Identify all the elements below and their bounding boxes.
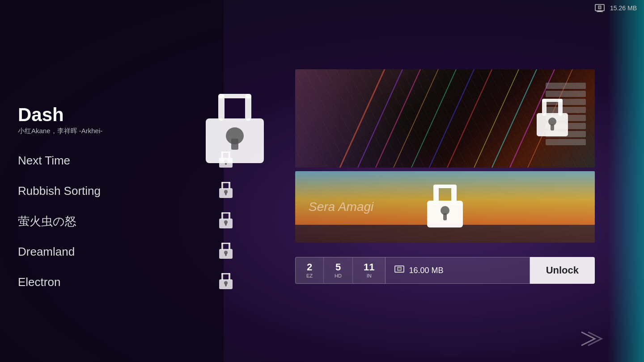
diff-ez-label: EZ [306, 273, 313, 278]
svg-rect-64 [551, 124, 554, 130]
topbar: 15.26 MB [555, 0, 644, 16]
arrow-hint [577, 328, 604, 353]
svg-rect-39 [225, 284, 227, 286]
diff-in-num: 11 [364, 262, 374, 272]
svg-line-46 [447, 69, 492, 168]
song-title: Electron [18, 275, 60, 289]
svg-line-44 [411, 69, 456, 168]
memory-value: 16.00 MB [409, 266, 443, 275]
cover-bottom-lock-icon [427, 185, 463, 229]
active-song-title: Dash [18, 105, 102, 125]
svg-rect-23 [221, 212, 223, 219]
svg-rect-72 [443, 213, 447, 220]
cover-top-lock-icon [537, 99, 568, 138]
list-item[interactable]: Dreamland [13, 236, 242, 267]
svg-rect-33 [225, 253, 227, 256]
svg-rect-21 [225, 193, 227, 195]
diff-hd-num: 5 [335, 262, 341, 272]
cover-bottom: Sera Amagi [295, 171, 595, 243]
lock-icon [219, 243, 233, 261]
svg-rect-3 [598, 6, 601, 9]
list-item[interactable]: Rubbish Sorting [13, 176, 242, 206]
difficulty-box: 2 EZ 5 HD 11 IN [295, 257, 386, 284]
list-item[interactable]: Electron [13, 267, 242, 297]
cover-top [295, 69, 595, 168]
svg-rect-30 [229, 243, 230, 250]
memory-box: 16.00 MB [386, 257, 530, 284]
svg-rect-17 [221, 182, 223, 189]
svg-line-41 [358, 69, 402, 168]
svg-line-43 [394, 69, 438, 168]
svg-rect-6 [245, 94, 251, 121]
svg-rect-36 [229, 273, 230, 280]
song-title: Dreamland [18, 245, 75, 259]
diff-hd-label: HD [335, 273, 342, 278]
svg-rect-9 [231, 139, 238, 150]
svg-rect-74 [398, 267, 401, 270]
teal-accent [608, 0, 644, 362]
song-title: Next Time [18, 154, 70, 168]
svg-rect-27 [225, 223, 227, 226]
screen-icon [595, 4, 605, 12]
info-bar: 2 EZ 5 HD 11 IN 16.00 MB Unlock [295, 255, 595, 286]
cover-bottom-text: Sera Amagi [309, 200, 373, 214]
svg-rect-35 [221, 273, 223, 280]
memory-display: 15.26 MB [610, 4, 637, 12]
svg-rect-5 [218, 94, 225, 121]
svg-rect-24 [229, 212, 230, 219]
list-item[interactable]: 萤火虫の怒 [13, 206, 242, 236]
svg-line-42 [376, 69, 420, 168]
svg-rect-29 [221, 243, 223, 250]
svg-rect-18 [229, 182, 230, 189]
right-panel: Sera Amagi [295, 69, 608, 243]
difficulty-hd: 5 HD [324, 257, 353, 283]
difficulty-in: 11 IN [353, 257, 385, 283]
diff-ez-num: 2 [307, 262, 312, 272]
unlock-button[interactable]: Unlock [530, 257, 595, 284]
active-song-subtitle: 小红Akane，李祥晖 -Arkhei- [18, 127, 102, 135]
song-list: Dash 小红Akane，李祥晖 -Arkhei- Next Time Rubb… [0, 98, 242, 297]
difficulty-ez: 2 EZ [296, 257, 324, 283]
song-title: 萤火虫の怒 [18, 214, 76, 229]
diff-in-label: IN [367, 273, 372, 278]
lock-icon [219, 182, 233, 200]
active-lock-icon [206, 94, 264, 165]
memory-icon [394, 265, 404, 275]
svg-line-40 [340, 69, 385, 168]
song-title: Rubbish Sorting [18, 184, 101, 198]
svg-rect-52 [546, 91, 586, 97]
svg-line-45 [429, 69, 474, 168]
lock-icon [219, 212, 233, 230]
svg-rect-51 [546, 83, 586, 89]
lock-icon [219, 273, 233, 291]
svg-rect-58 [546, 139, 586, 145]
